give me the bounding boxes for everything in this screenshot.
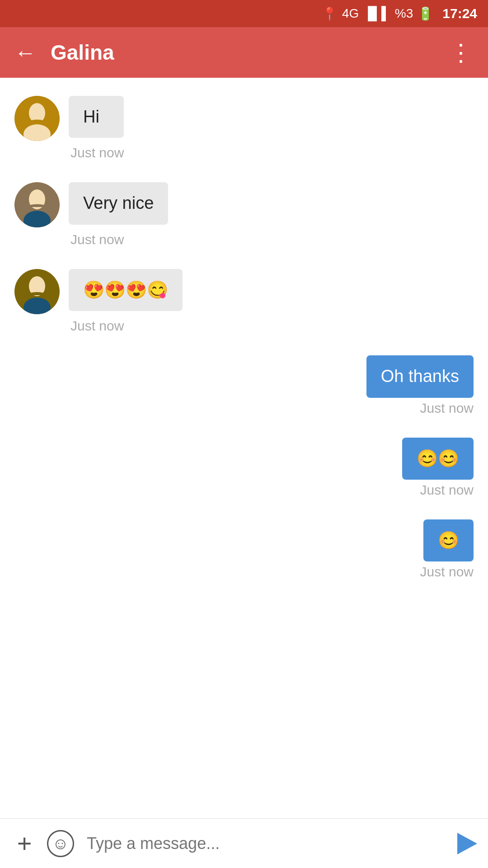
battery-icon: 🔋 — [418, 6, 433, 21]
message-group-hi: Hi Just now — [14, 96, 474, 160]
send-button[interactable] — [457, 833, 477, 854]
received-content: 😍😍😍😋 Just now — [69, 269, 183, 334]
message-timestamp: Just now — [420, 482, 474, 498]
message-bubble: Hi — [69, 96, 124, 138]
received-content: Very nice Just now — [69, 182, 168, 247]
message-group-smile2: 😊😊 Just now — [14, 438, 474, 498]
message-group-verynice: Very nice Just now — [14, 182, 474, 247]
message-group-emojis: 😍😍😍😋 Just now — [14, 269, 474, 334]
signal-icon: ▐▌▌ — [363, 6, 390, 21]
message-bubble: 😍😍😍😋 — [69, 269, 183, 311]
message-timestamp: Just now — [69, 145, 124, 160]
avatar — [14, 269, 60, 314]
back-button[interactable]: ← — [14, 40, 36, 65]
battery-text: %3 — [395, 6, 413, 21]
status-bar: 📍 4G ▐▌▌ %3 🔋 17:24 — [0, 0, 488, 27]
message-bubble: 😊😊 — [402, 438, 474, 480]
chat-area: Hi Just now Very nice Just now — [0, 78, 488, 818]
status-icons: 📍 4G ▐▌▌ %3 🔋 — [322, 6, 433, 21]
chat-title: Galina — [51, 40, 435, 65]
message-input[interactable] — [83, 834, 448, 853]
emoji-icon: ☺ — [52, 834, 69, 853]
avatar — [14, 182, 60, 227]
message-timestamp: Just now — [69, 318, 183, 334]
app-bar: ← Galina ⋮ — [0, 27, 488, 78]
location-icon: 📍 — [322, 6, 338, 21]
message-bubble: Very nice — [69, 182, 168, 224]
message-group-smile1: 😊 Just now — [14, 519, 474, 580]
avatar — [14, 96, 60, 141]
message-bubble: Oh thanks — [366, 355, 474, 397]
message-timestamp: Just now — [69, 232, 168, 247]
message-timestamp: Just now — [420, 564, 474, 580]
bottom-bar: + ☺ — [0, 818, 488, 868]
status-time: 17:24 — [442, 6, 477, 21]
network-icon: 4G — [342, 6, 359, 21]
message-bubble: 😊 — [423, 519, 474, 561]
message-group-ohthanks: Oh thanks Just now — [14, 355, 474, 415]
emoji-button[interactable]: ☺ — [47, 830, 74, 857]
add-button[interactable]: + — [11, 831, 38, 856]
message-timestamp: Just now — [420, 401, 474, 416]
more-options-button[interactable]: ⋮ — [449, 39, 474, 66]
received-content: Hi Just now — [69, 96, 124, 160]
